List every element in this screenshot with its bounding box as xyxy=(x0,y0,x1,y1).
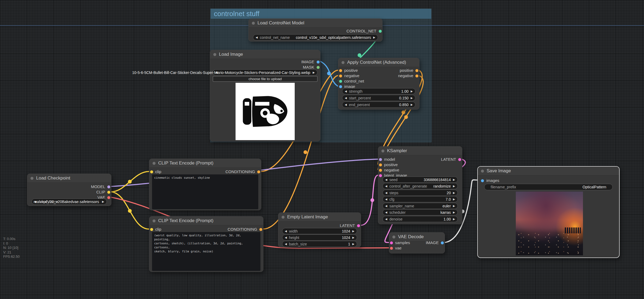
widget-scheduler[interactable]: ◀ scheduler karras ▶ xyxy=(382,209,458,215)
arrow-right-icon[interactable]: ▶ xyxy=(411,103,413,106)
node-title-bar[interactable]: CLIP Text Encode (Prompt) xyxy=(149,216,263,225)
node-title-bar[interactable]: Save Image xyxy=(478,167,619,175)
port-clip-input[interactable] xyxy=(150,170,153,173)
collapse-dot-icon[interactable] xyxy=(153,219,156,222)
collapse-dot-icon[interactable] xyxy=(153,162,156,165)
node-title-bar[interactable]: CLIP Text Encode (Prompt) xyxy=(149,159,261,168)
widget-filename-prefix[interactable]: filename_prefix OpticalPattern xyxy=(484,184,613,190)
widget-sampler-name[interactable]: ◀ sampler_name euler ▶ xyxy=(382,203,458,209)
widget-strength[interactable]: ◀ strength 1.00 ▶ xyxy=(342,88,415,94)
arrow-right-icon[interactable]: ▶ xyxy=(453,185,455,188)
collapse-dot-icon[interactable] xyxy=(31,177,33,180)
node-title-bar[interactable]: KSampler xyxy=(378,147,462,155)
arrow-right-icon[interactable]: ▶ xyxy=(313,71,315,74)
node-clip-text-encode-positive[interactable]: CLIP Text Encode (Prompt) clip CONDITION… xyxy=(149,159,261,210)
port-control-net-output[interactable] xyxy=(379,30,382,33)
port-vae-input[interactable] xyxy=(390,247,393,250)
arrow-right-icon[interactable]: ▶ xyxy=(411,90,413,93)
arrow-right-icon[interactable]: ▶ xyxy=(453,211,455,214)
port-image-input[interactable] xyxy=(339,85,342,88)
port-model-input[interactable] xyxy=(379,158,382,161)
port-positive-input[interactable] xyxy=(379,163,382,166)
arrow-left-icon[interactable]: ◀ xyxy=(285,230,287,233)
widget-end-percent[interactable]: ◀ end_percent 0.850 ▶ xyxy=(342,102,415,108)
arrow-right-icon[interactable]: ▶ xyxy=(453,204,455,207)
arrow-right-icon[interactable]: ▶ xyxy=(352,230,354,233)
widget-cfg[interactable]: ◀ cfg 7.0 ▶ xyxy=(382,196,458,202)
widget-height[interactable]: ◀ height 1024 ▶ xyxy=(282,234,357,241)
port-clip-output[interactable] xyxy=(107,191,110,194)
arrow-left-icon[interactable]: ◀ xyxy=(385,198,387,201)
arrow-left-icon[interactable]: ◀ xyxy=(385,218,387,220)
arrow-left-icon[interactable]: ◀ xyxy=(285,242,287,245)
node-load-checkpoint[interactable]: Load Checkpoint MODEL CLIP VAE ◀ ckpt_na… xyxy=(27,174,111,206)
widget-batch-size[interactable]: ◀ batch_size 1 ▶ xyxy=(282,241,357,247)
group-title[interactable]: controlnet stuff xyxy=(211,9,431,19)
arrow-left-icon[interactable]: ◀ xyxy=(345,96,347,99)
choose-file-button[interactable]: choose file to upload xyxy=(213,76,317,82)
widget-width[interactable]: ◀ width 1024 ▶ xyxy=(282,228,357,234)
collapse-dot-icon[interactable] xyxy=(381,150,384,152)
node-load-image[interactable]: Load Image IMAGE MASK ◀ 10-5-6-5CM-Bulle… xyxy=(210,50,320,141)
port-conditioning-output[interactable] xyxy=(257,170,260,173)
port-samples-input[interactable] xyxy=(390,241,393,244)
port-negative-input[interactable] xyxy=(379,169,382,172)
widget-seed[interactable]: ◀ seed 3368866184814 ▶ xyxy=(382,177,458,183)
arrow-right-icon[interactable]: ▶ xyxy=(453,218,455,220)
port-latent-output[interactable] xyxy=(357,224,360,227)
arrow-right-icon[interactable]: ▶ xyxy=(102,200,104,203)
port-image-output[interactable] xyxy=(317,61,320,63)
node-title-bar[interactable]: Load Image xyxy=(210,50,320,59)
widget-control-net-name[interactable]: ◀ control_net_name control_v10e_sdxl_opt… xyxy=(253,34,378,40)
arrow-left-icon[interactable]: ◀ xyxy=(345,103,347,106)
widget-ckpt-name[interactable]: ◀ ckpt_name realvisxlV20_v20Bakedvae.saf… xyxy=(32,199,107,205)
collapse-dot-icon[interactable] xyxy=(282,216,285,219)
prompt-textarea[interactable]: (worst quality, low quality, illustratio… xyxy=(152,232,260,271)
arrow-right-icon[interactable]: ▶ xyxy=(352,242,354,245)
node-title-bar[interactable]: Apply ControlNet (Advanced) xyxy=(338,58,419,67)
arrow-left-icon[interactable]: ◀ xyxy=(385,211,387,214)
port-latent-image-input[interactable] xyxy=(379,174,382,177)
node-title-bar[interactable]: Load Checkpoint xyxy=(27,174,111,183)
arrow-left-icon[interactable]: ◀ xyxy=(256,36,258,39)
node-save-image[interactable]: Save Image images filename_prefix Optica… xyxy=(477,166,620,258)
collapse-dot-icon[interactable] xyxy=(252,22,255,25)
arrow-left-icon[interactable]: ◀ xyxy=(385,185,387,188)
arrow-right-icon[interactable]: ▶ xyxy=(352,236,354,239)
collapse-dot-icon[interactable] xyxy=(213,53,216,56)
node-clip-text-encode-negative[interactable]: CLIP Text Encode (Prompt) clip CONDITION… xyxy=(149,216,263,272)
port-negative-output[interactable] xyxy=(415,74,418,77)
arrow-left-icon[interactable]: ◀ xyxy=(385,191,387,194)
node-graph-canvas[interactable]: controlnet stuff Load ControlNet Model xyxy=(0,0,644,299)
node-empty-latent-image[interactable]: Empty Latent Image LATENT ◀ width 1024 ▶… xyxy=(278,212,361,247)
port-model-output[interactable] xyxy=(107,185,110,188)
arrow-left-icon[interactable]: ◀ xyxy=(285,236,287,239)
collapse-dot-icon[interactable] xyxy=(392,236,395,238)
port-clip-input[interactable] xyxy=(150,228,153,231)
port-negative-input[interactable] xyxy=(339,74,342,77)
widget-steps[interactable]: ◀ steps 20 ▶ xyxy=(382,190,458,196)
node-title-bar[interactable]: Empty Latent Image xyxy=(278,213,361,222)
widget-denoise[interactable]: ◀ denoise 1.00 ▶ xyxy=(382,216,458,222)
port-positive-output[interactable] xyxy=(415,69,418,72)
arrow-right-icon[interactable]: ▶ xyxy=(453,178,455,181)
port-latent-output[interactable] xyxy=(458,158,461,161)
arrow-right-icon[interactable]: ▶ xyxy=(373,36,375,39)
arrow-left-icon[interactable]: ◀ xyxy=(385,178,387,181)
port-control-net-input[interactable] xyxy=(339,80,342,83)
prompt-textarea[interactable]: cinematic clouds sunset, skyline xyxy=(152,174,258,209)
arrow-right-icon[interactable]: ▶ xyxy=(453,191,455,194)
port-vae-output[interactable] xyxy=(107,196,110,199)
widget-start-percent[interactable]: ◀ start_percent 0.150 ▶ xyxy=(342,95,415,101)
node-apply-controlnet[interactable]: Apply ControlNet (Advanced) positive neg… xyxy=(338,58,419,110)
node-title-bar[interactable]: Load ControlNet Model xyxy=(249,19,382,28)
arrow-right-icon[interactable]: ▶ xyxy=(453,198,455,201)
port-image-output[interactable] xyxy=(441,241,444,244)
arrow-left-icon[interactable]: ◀ xyxy=(345,90,347,93)
port-conditioning-output[interactable] xyxy=(259,228,262,231)
widget-control-after-generate[interactable]: ◀ control_after_generate randomize ▶ xyxy=(382,183,458,189)
port-mask-output[interactable] xyxy=(317,66,320,69)
node-vae-decode[interactable]: VAE Decode samples vae IMAGE xyxy=(389,232,445,253)
collapse-dot-icon[interactable] xyxy=(481,170,484,173)
port-positive-input[interactable] xyxy=(339,69,342,72)
